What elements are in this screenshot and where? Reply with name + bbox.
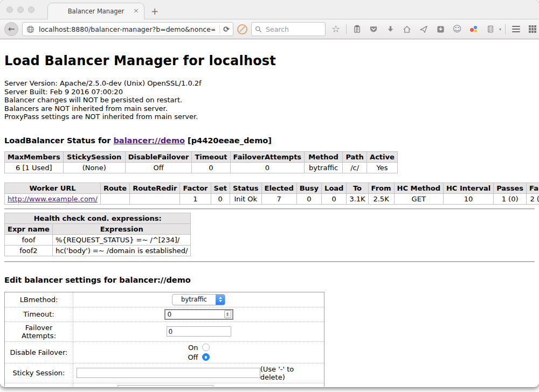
zoom-window-button[interactable] <box>28 6 34 13</box>
url-bar[interactable]: ⟳ <box>22 22 233 36</box>
notes-dropdown-caret[interactable]: ▾ <box>499 27 501 32</box>
tab-balancer-manager[interactable]: Balancer Manager × <box>47 3 144 19</box>
inherit-note-line: Balancers are NOT inherited from main se… <box>4 104 535 113</box>
disable-failover-row: Disable Failover: On Off <box>5 341 324 363</box>
home-icon[interactable] <box>400 22 413 36</box>
balancer-status-data-row: 6 [1 Used] (None) Off 0 0 bytraffic /c/ … <box>5 162 398 173</box>
loadbalancer-status-heading: LoadBalancer Status for balancer://demo … <box>4 121 535 145</box>
sticky-session-hint: (Use '-' to delete) <box>260 365 321 381</box>
divider-after-health <box>4 261 535 262</box>
add-worker-label: Add New Worker: <box>5 383 73 387</box>
clipboard-icon[interactable] <box>350 22 363 36</box>
server-version-line: Server Version: Apache/2.5.0-dev (Unix) … <box>4 79 535 88</box>
new-tab-button[interactable]: + <box>151 6 158 17</box>
globe-icon[interactable] <box>26 22 34 36</box>
failover-attempts-label: Failover Attempts: <box>5 321 73 341</box>
urlbar-divider <box>219 25 220 33</box>
save-to-device-icon[interactable] <box>434 22 447 36</box>
server-built-line: Server Built: Feb 9 2016 07:00:20 <box>4 88 535 96</box>
health-check-table: Health check cond. expressions: Expr nam… <box>4 213 191 256</box>
tab-bar: Balancer Manager × + <box>0 0 539 19</box>
close-window-button[interactable] <box>6 6 13 13</box>
navigation-toolbar: ← ⟳ ☆ <box>0 19 539 39</box>
url-input[interactable] <box>38 25 216 34</box>
sticky-session-input[interactable] <box>77 368 260 378</box>
tab-close-icon[interactable]: × <box>133 7 139 15</box>
lbmethod-row: LBmethod: bytraffic <box>5 292 324 307</box>
proxypass-note-line: ProxyPass settings are NOT inherited fro… <box>4 113 535 121</box>
health-header-row: Expr name Expression <box>5 223 191 234</box>
notes-icon[interactable] <box>484 22 497 36</box>
content-blocked-icon[interactable] <box>237 24 247 34</box>
browser-window: Balancer Manager × + ← ⟳ ☆ <box>0 0 539 387</box>
menu-hamburger-icon[interactable] <box>509 22 522 36</box>
number-stepper-icon[interactable] <box>224 310 231 318</box>
back-button[interactable]: ← <box>4 22 18 36</box>
send-telemetry-icon[interactable] <box>417 22 430 36</box>
edit-balancer-form: LBmethod: bytraffic Timeout: 0 <box>4 292 324 387</box>
page-title: Load Balancer Manager for localhost <box>4 39 535 68</box>
minimize-window-button[interactable] <box>17 6 24 13</box>
select-stepper-icon <box>216 295 225 305</box>
balancer-status-table: MaxMembers StickySession DisableFailover… <box>4 151 398 173</box>
radio-off-label: Off <box>188 353 198 361</box>
search-input[interactable] <box>265 25 322 34</box>
divider-after-workers <box>4 208 535 209</box>
health-row-foof2: foof2 hc('body') =~ /domain is establish… <box>5 245 191 256</box>
search-bar[interactable] <box>251 22 326 36</box>
add-worker-input[interactable] <box>118 385 213 387</box>
toolbar-separator-2 <box>505 24 506 34</box>
window-controls <box>6 6 34 13</box>
timeout-row: Timeout: 0 <box>5 307 324 321</box>
worker-data-row: http://www.example.com/ 1 0 Init Ok 7 0 … <box>5 193 539 204</box>
feedback-smiley-icon[interactable]: ☺ <box>451 22 464 36</box>
timeout-label: Timeout: <box>5 307 73 321</box>
colored-dots-icon[interactable] <box>467 22 480 36</box>
add-worker-row: Add New Worker: Are you sure? <box>5 383 324 387</box>
balancer-demo-link[interactable]: balancer://demo <box>113 136 185 145</box>
radio-on-label: On <box>188 344 198 352</box>
tab-title: Balancer Manager <box>68 8 125 15</box>
toolbar-separator <box>346 24 347 34</box>
worker-url-link[interactable]: http://www.example.com/ <box>8 195 98 203</box>
worker-table: Worker URL Route RouteRedir Factor Set S… <box>4 183 539 205</box>
reload-icon[interactable]: ⟳ <box>223 25 230 33</box>
failover-attempts-input[interactable] <box>167 326 231 337</box>
are-you-sure-label: Are you sure? <box>219 386 267 387</box>
failover-attempts-row: Failover Attempts: <box>5 321 324 341</box>
search-icon <box>255 26 262 33</box>
lbmethod-label: LBmethod: <box>5 292 73 307</box>
disable-failover-off-radio[interactable] <box>202 353 210 361</box>
page-content: Load Balancer Manager for localhost Serv… <box>0 39 539 387</box>
are-you-sure-checkbox[interactable] <box>273 387 280 387</box>
disable-failover-label: Disable Failover: <box>5 341 73 363</box>
pocket-icon[interactable] <box>367 22 380 36</box>
sticky-session-row: Sticky Session: (Use '-' to delete) <box>5 363 324 383</box>
balancer-status-header-row: MaxMembers StickySession DisableFailover… <box>5 151 398 162</box>
persist-note-line: Balancer changes will NOT be persisted o… <box>4 96 535 104</box>
edit-settings-heading: Edit balancer settings for balancer://de… <box>4 265 535 284</box>
worker-header-row: Worker URL Route RouteRedir Factor Set S… <box>5 183 539 193</box>
timeout-input[interactable]: 0 <box>164 309 233 320</box>
health-row-foof: foof %{REQUEST_STATUS} =~ /^[234]/ <box>5 234 191 245</box>
server-info: Server Version: Apache/2.5.0-dev (Unix) … <box>4 79 535 121</box>
lbmethod-select[interactable]: bytraffic <box>172 294 225 305</box>
disable-failover-on-radio[interactable] <box>202 344 210 351</box>
tab-groups-grid-icon[interactable] <box>526 22 539 36</box>
download-icon[interactable] <box>384 22 397 36</box>
sticky-session-label: Sticky Session: <box>5 363 73 383</box>
bookmark-star-icon[interactable]: ☆ <box>329 22 342 36</box>
health-title-row: Health check cond. expressions: <box>5 213 191 223</box>
